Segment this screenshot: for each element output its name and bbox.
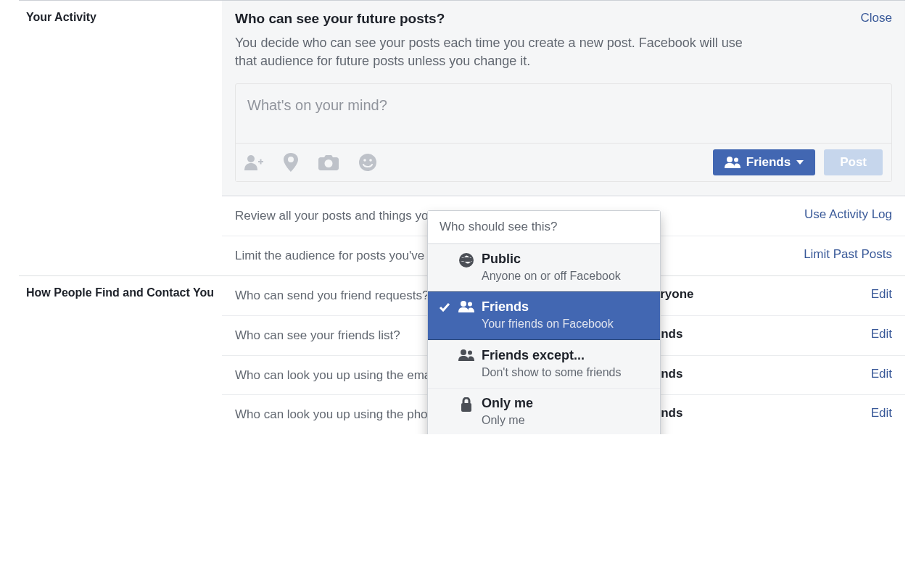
svg-point-7 bbox=[734, 158, 738, 162]
svg-point-8 bbox=[459, 253, 474, 268]
dropdown-option-friends-except[interactable]: Friends except... Don't show to some fri… bbox=[428, 340, 660, 388]
audience-selector-button[interactable]: Friends bbox=[713, 149, 815, 175]
composer-input[interactable]: What's on your mind? bbox=[236, 84, 891, 143]
option-subtitle: Only me bbox=[482, 414, 650, 427]
svg-point-3 bbox=[359, 154, 376, 171]
use-activity-log-link[interactable]: Use Activity Log bbox=[804, 207, 892, 221]
option-subtitle: Don't show to some friends bbox=[482, 366, 650, 379]
check-icon bbox=[438, 302, 451, 312]
svg-point-5 bbox=[369, 159, 372, 162]
friends-icon bbox=[458, 301, 474, 312]
tag-people-icon[interactable] bbox=[244, 154, 263, 170]
svg-point-6 bbox=[727, 157, 733, 162]
svg-point-4 bbox=[363, 159, 366, 162]
sidebar-heading-activity: Your Activity bbox=[19, 1, 222, 275]
photo-icon[interactable] bbox=[318, 154, 339, 170]
dropdown-option-public[interactable]: Public Anyone on or off Facebook bbox=[428, 244, 660, 291]
svg-point-9 bbox=[461, 301, 466, 307]
future-posts-description: You decide who can see your posts each t… bbox=[235, 34, 757, 70]
option-subtitle: Your friends on Facebook bbox=[482, 318, 650, 331]
option-title: Only me bbox=[482, 396, 650, 411]
edit-link[interactable]: Edit bbox=[871, 287, 892, 301]
svg-rect-13 bbox=[461, 403, 471, 412]
composer-toolbar: Friends Post bbox=[236, 143, 891, 181]
emoji-icon[interactable] bbox=[359, 154, 376, 171]
option-title: Friends bbox=[482, 299, 650, 315]
edit-link[interactable]: Edit bbox=[871, 367, 892, 381]
caret-down-icon bbox=[796, 160, 804, 165]
post-composer: What's on your mind? bbox=[235, 83, 892, 182]
friends-icon bbox=[725, 157, 741, 168]
globe-icon bbox=[458, 253, 474, 268]
option-title: Public bbox=[482, 252, 650, 267]
dropdown-header: Who should see this? bbox=[428, 211, 660, 244]
limit-past-posts-link[interactable]: Limit Past Posts bbox=[804, 247, 892, 261]
svg-point-10 bbox=[468, 302, 472, 307]
svg-point-0 bbox=[247, 155, 255, 162]
dropdown-option-friends[interactable]: Friends Your friends on Facebook bbox=[428, 291, 660, 340]
post-button[interactable]: Post bbox=[824, 149, 883, 175]
location-icon[interactable] bbox=[284, 153, 298, 172]
audience-selector-label: Friends bbox=[746, 155, 791, 170]
friends-icon bbox=[458, 349, 474, 361]
close-button[interactable]: Close bbox=[861, 11, 892, 25]
option-title: Friends except... bbox=[482, 348, 650, 363]
edit-link[interactable]: Edit bbox=[871, 406, 892, 420]
edit-link[interactable]: Edit bbox=[871, 327, 892, 341]
sidebar-heading-find-contact: How People Find and Contact You bbox=[19, 276, 222, 434]
audience-dropdown: Who should see this? Public Anyone on or… bbox=[427, 210, 661, 434]
svg-point-12 bbox=[468, 351, 472, 355]
lock-icon bbox=[458, 397, 474, 412]
dropdown-option-only-me[interactable]: Only me Only me bbox=[428, 388, 660, 434]
svg-rect-2 bbox=[260, 159, 262, 165]
svg-point-11 bbox=[461, 349, 466, 355]
option-subtitle: Anyone on or off Facebook bbox=[482, 270, 650, 283]
future-posts-heading: Who can see your future posts? bbox=[235, 11, 445, 27]
